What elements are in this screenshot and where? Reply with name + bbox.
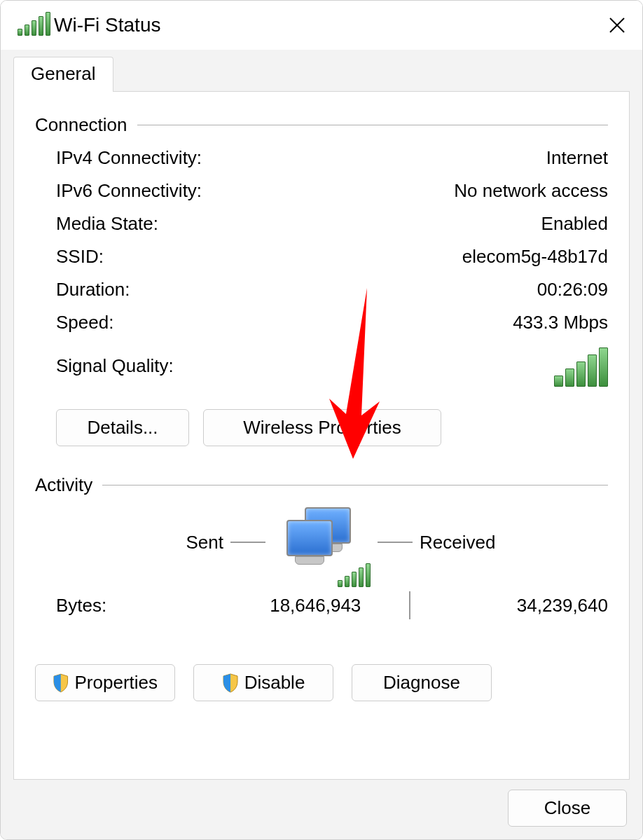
received-label: Received [420,532,495,553]
connection-properties: IPv4 Connectivity: Internet IPv6 Connect… [56,147,608,387]
dialog-footer: Close [13,790,630,827]
details-button[interactable]: Details... [56,409,189,446]
close-icon[interactable] [603,11,631,39]
ssid-value: elecom5g-48b17d [462,246,608,268]
tab-panel-general: Connection IPv4 Connectivity: Internet I… [13,91,630,780]
shield-icon [222,673,239,693]
received-bytes-value: 34,239,640 [452,595,608,617]
ipv6-connectivity-label: IPv6 Connectivity: [56,180,202,202]
ipv4-connectivity-value: Internet [546,147,608,169]
activity-button-row: Properties Disable Diagnose [35,664,608,701]
section-label-activity: Activity [35,474,92,496]
tab-general[interactable]: General [13,57,113,92]
connection-button-row: Details... Wireless Properties [56,409,608,446]
close-button[interactable]: Close [508,790,627,827]
signal-quality-icon [554,345,608,387]
ipv6-connectivity-value: No network access [454,180,608,202]
bytes-separator [409,591,410,619]
wireless-properties-button[interactable]: Wireless Properties [203,409,441,446]
duration-label: Duration: [56,279,130,301]
speed-value: 433.3 Mbps [513,312,608,333]
ipv4-connectivity-label: IPv4 Connectivity: [56,147,202,169]
activity-bytes-row: Bytes: 18,646,943 34,239,640 [56,591,608,619]
sent-label: Sent [186,532,224,553]
activity-sent-received-row: Sent Received [35,507,608,577]
media-state-label: Media State: [56,213,158,235]
signal-quality-label: Signal Quality: [56,355,174,377]
wifi-status-window: Wi-Fi Status General Connection IPv4 Con… [0,0,643,840]
section-label-connection: Connection [35,114,127,136]
dialog-body: General Connection IPv4 Connectivity: In… [1,50,642,839]
tab-strip: General [13,57,630,92]
shield-icon [53,673,69,693]
titlebar: Wi-Fi Status [1,1,642,50]
media-state-value: Enabled [541,213,608,235]
diagnose-button[interactable]: Diagnose [352,664,492,701]
ssid-label: SSID: [56,246,104,268]
disable-button[interactable]: Disable [193,664,333,701]
properties-button-label: Properties [75,672,158,694]
bytes-label: Bytes: [56,595,212,617]
section-heading-connection: Connection [35,114,608,136]
duration-value: 00:26:09 [537,279,608,301]
wifi-signal-icon [18,15,43,36]
section-heading-activity: Activity [35,474,608,496]
properties-button[interactable]: Properties [35,664,175,701]
sent-bytes-value: 18,646,943 [212,595,368,617]
disable-button-label: Disable [244,672,305,694]
network-activity-icon [279,507,364,577]
window-title: Wi-Fi Status [54,14,603,36]
speed-label: Speed: [56,312,113,333]
